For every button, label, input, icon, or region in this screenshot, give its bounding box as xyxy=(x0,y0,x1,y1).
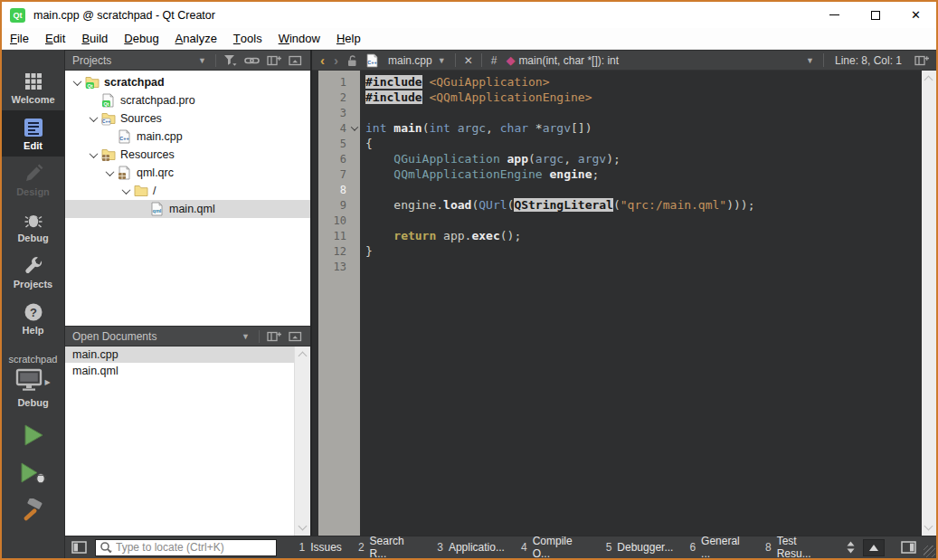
dropdown-caret-icon[interactable]: ▼ xyxy=(236,332,255,341)
kit-project-name: scratchpad xyxy=(9,354,58,365)
code-line-10[interactable]: 10 xyxy=(312,213,922,228)
mode-label: Design xyxy=(16,186,50,197)
line-number[interactable]: 8 xyxy=(318,184,349,196)
mode-debug[interactable]: Debug xyxy=(2,203,64,249)
code-line-7[interactable]: 7 QQmlApplicationEngine engine; xyxy=(312,166,922,182)
menu-file[interactable]: File xyxy=(2,28,37,49)
build-button[interactable] xyxy=(18,498,49,527)
output-pane-general[interactable]: 6General ... xyxy=(681,536,757,559)
code-line-3[interactable]: 3 xyxy=(312,105,922,120)
code-line-2[interactable]: 2#include <QQmlApplicationEngine> xyxy=(312,90,922,105)
line-number[interactable]: 10 xyxy=(318,214,349,227)
tree-item-main.cpp[interactable]: C++main.cpp xyxy=(65,128,310,146)
tree-item-root-slash[interactable]: / xyxy=(65,182,310,200)
tree-item-main.qml[interactable]: qmlmain.qml xyxy=(65,200,310,218)
collapse-icon[interactable] xyxy=(285,55,306,66)
go-back-button[interactable]: ‹ xyxy=(316,52,329,70)
close-button[interactable]: ✕ xyxy=(895,2,936,28)
menu-analyze[interactable]: Analyze xyxy=(167,28,225,49)
tree-item-scratchpad[interactable]: Qtscratchpad xyxy=(65,73,310,91)
line-number[interactable]: 3 xyxy=(318,107,349,119)
menu-build[interactable]: Build xyxy=(73,28,116,49)
pane-number: 2 xyxy=(358,541,365,554)
collapse-icon[interactable] xyxy=(285,331,306,342)
output-pane-compileo[interactable]: 4Compile O... xyxy=(513,536,598,559)
preprocessor-hash-button[interactable]: # xyxy=(486,54,503,67)
line-number[interactable]: 1 xyxy=(318,76,349,89)
link-icon[interactable] xyxy=(241,55,263,66)
toggle-right-sidebar-button[interactable] xyxy=(894,541,924,554)
tree-item-scratchpad.pro[interactable]: Qtscratchpad.pro xyxy=(65,91,310,109)
menu-edit[interactable]: Edit xyxy=(37,28,73,49)
open-document-main.cpp[interactable]: main.cpp xyxy=(65,346,294,363)
split-icon[interactable] xyxy=(263,54,285,66)
expander-icon[interactable] xyxy=(85,116,101,122)
code-text: QQmlApplicationEngine engine; xyxy=(365,167,599,181)
line-number[interactable]: 13 xyxy=(318,261,349,273)
code-line-12[interactable]: 12} xyxy=(312,243,922,259)
output-pane-issues[interactable]: 1Issues xyxy=(291,536,350,559)
expander-icon[interactable] xyxy=(85,152,101,158)
menu-help[interactable]: Help xyxy=(328,28,369,49)
go-forward-button[interactable]: › xyxy=(329,52,343,70)
expander-icon[interactable] xyxy=(118,188,134,195)
toggle-left-sidebar-button[interactable] xyxy=(65,541,93,554)
dropdown-caret-icon[interactable]: ▼ xyxy=(193,56,212,65)
split-icon[interactable] xyxy=(911,54,933,66)
mode-edit[interactable]: Edit xyxy=(2,110,64,157)
tree-item-resources[interactable]: Resources xyxy=(65,146,310,164)
line-number[interactable]: 12 xyxy=(318,245,349,258)
tree-item-sources[interactable]: C++Sources xyxy=(65,109,310,128)
line-number[interactable]: 2 xyxy=(318,91,349,104)
open-document-main.qml[interactable]: main.qml xyxy=(65,363,294,379)
resize-grip[interactable] xyxy=(924,546,935,557)
line-number[interactable]: 6 xyxy=(318,153,349,166)
code-line-6[interactable]: 6 QGuiApplication app(argc, argv); xyxy=(312,151,922,166)
code-line-13[interactable]: 13 xyxy=(312,259,922,274)
output-pane-testresu[interactable]: 8Test Resu... xyxy=(757,536,839,559)
menu-debug[interactable]: Debug xyxy=(116,28,166,49)
close-document-button[interactable]: ✕ xyxy=(460,54,478,67)
expander-icon[interactable] xyxy=(69,80,85,86)
open-documents-scrollbar[interactable] xyxy=(294,346,310,536)
open-file-name[interactable]: main.cpp xyxy=(388,54,432,67)
menu-tools[interactable]: Tools xyxy=(225,28,270,49)
split-icon[interactable] xyxy=(263,330,285,342)
open-documents-title: Open Documents xyxy=(72,330,236,343)
expander-icon[interactable] xyxy=(101,170,118,176)
code-line-1[interactable]: 1#include <QGuiApplication> xyxy=(312,74,922,90)
line-number[interactable]: 5 xyxy=(318,138,349,150)
output-pane-searchr[interactable]: 2Search R... xyxy=(350,536,429,559)
editor-scrollbar[interactable] xyxy=(922,71,936,536)
file-dropdown-caret-icon[interactable]: ▼ xyxy=(438,56,446,65)
current-symbol[interactable]: main(int, char *[]): int xyxy=(518,54,619,67)
code-area[interactable]: 1#include <QGuiApplication>2#include <QQ… xyxy=(312,71,922,536)
maximize-output-pane-button[interactable] xyxy=(863,539,885,556)
menu-window[interactable]: Window xyxy=(270,28,328,49)
start-debugging-button[interactable] xyxy=(18,460,49,489)
filter-icon[interactable] xyxy=(220,54,241,66)
pane-up-down-icon[interactable] xyxy=(839,541,863,554)
line-number[interactable]: 11 xyxy=(318,230,349,242)
locator-input[interactable] xyxy=(116,541,276,554)
fold-marker-icon[interactable] xyxy=(349,126,360,131)
line-number[interactable]: 4 xyxy=(318,122,349,135)
minimize-button[interactable] xyxy=(814,2,855,28)
code-line-8[interactable]: 8 xyxy=(312,182,922,197)
code-line-5[interactable]: 5{ xyxy=(312,136,922,151)
output-pane-applicatio[interactable]: 3Applicatio... xyxy=(429,536,513,559)
symbol-dropdown-caret-icon[interactable]: ▼ xyxy=(806,56,814,65)
line-number[interactable]: 9 xyxy=(318,199,349,212)
tree-item-qml.qrc[interactable]: qml.qrc xyxy=(65,164,310,182)
mode-help[interactable]: ?Help xyxy=(2,295,64,341)
code-line-9[interactable]: 9 engine.load(QUrl(QStringLiteral("qrc:/… xyxy=(312,197,922,213)
code-line-11[interactable]: 11 return app.exec(); xyxy=(312,228,922,243)
line-number[interactable]: 7 xyxy=(318,168,349,181)
mode-projects[interactable]: Projects xyxy=(2,249,64,295)
output-pane-debugger[interactable]: 5Debugger... xyxy=(598,536,682,559)
kit-selector-button[interactable]: ▶ xyxy=(15,368,50,395)
mode-welcome[interactable]: Welcome xyxy=(2,64,64,110)
maximize-button[interactable] xyxy=(855,2,895,28)
code-line-4[interactable]: 4int main(int argc, char *argv[]) xyxy=(312,120,922,136)
run-button[interactable] xyxy=(18,422,49,451)
